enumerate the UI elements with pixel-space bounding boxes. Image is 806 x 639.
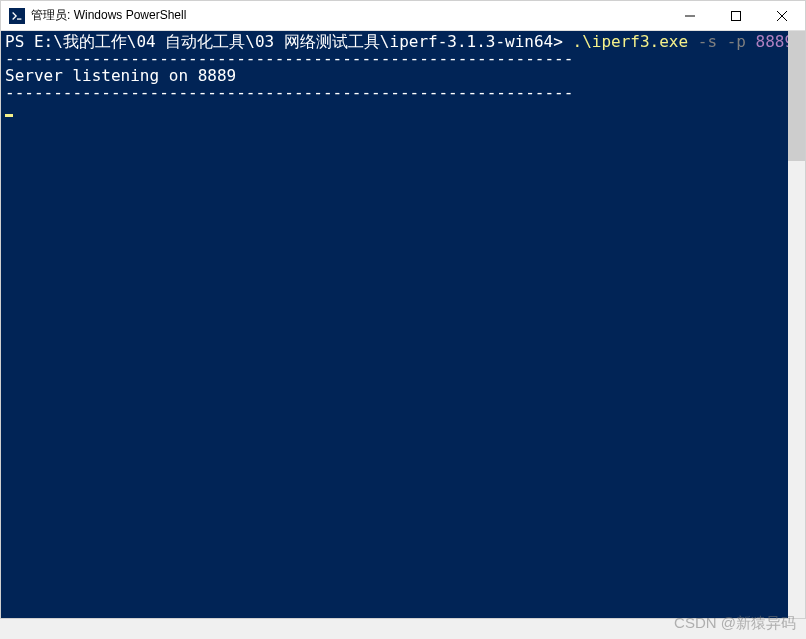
powershell-icon [9, 8, 25, 24]
svg-rect-3 [732, 11, 741, 20]
window-title: 管理员: Windows PowerShell [31, 7, 667, 24]
separator-bottom: ----------------------------------------… [5, 83, 573, 102]
minimize-button[interactable] [667, 1, 713, 30]
maximize-button[interactable] [713, 1, 759, 30]
cursor [5, 114, 13, 117]
close-button[interactable] [759, 1, 805, 30]
terminal-container: PS E:\我的工作\04 自动化工具\03 网络测试工具\iperf-3.1.… [1, 31, 805, 618]
powershell-window: 管理员: Windows PowerShell PS E:\我的工作\04 自动 [0, 0, 806, 619]
close-icon [777, 11, 787, 21]
command-executable: .\iperf3.exe [573, 32, 689, 51]
terminal-output[interactable]: PS E:\我的工作\04 自动化工具\03 网络测试工具\iperf-3.1.… [1, 31, 788, 618]
scrollbar-thumb[interactable] [788, 31, 805, 161]
command-flag-s: -s [698, 32, 717, 51]
maximize-icon [731, 11, 741, 21]
command-flag-p: -p [727, 32, 746, 51]
minimize-icon [685, 11, 695, 21]
command-port-arg: 8889 [756, 32, 788, 51]
vertical-scrollbar[interactable] [788, 31, 805, 618]
window-controls [667, 1, 805, 30]
titlebar[interactable]: 管理员: Windows PowerShell [1, 1, 805, 31]
